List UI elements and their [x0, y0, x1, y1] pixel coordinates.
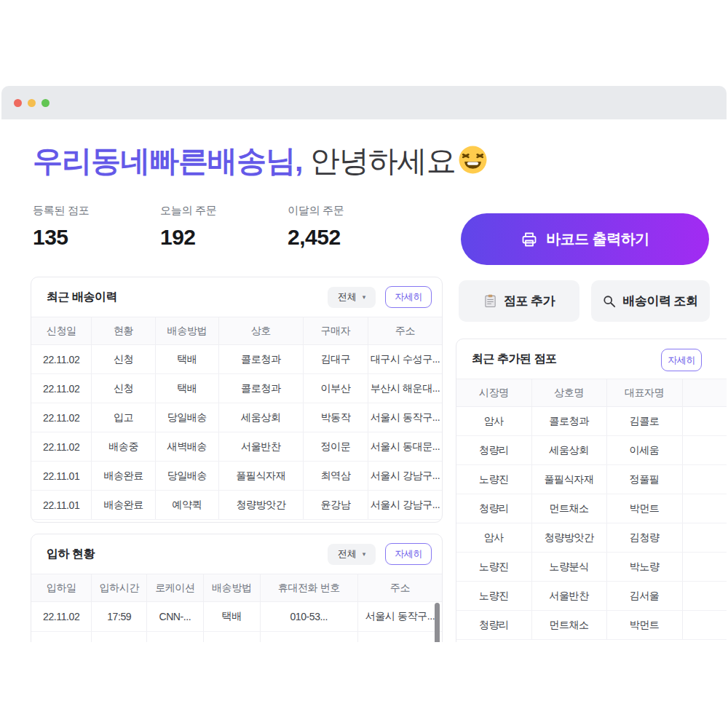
panel-header: 입하 현황 전체 ▾ 자세히: [31, 534, 442, 574]
table-cell: 먼트채소: [531, 494, 606, 523]
table-row: 청량리먼트채소박먼트01: [456, 611, 727, 640]
table-cell: [31, 632, 92, 643]
recent-deliveries-table: 신청일현황배송방법상호구매자주소22.11.02신청택배콜로청과김대구대구시 수…: [31, 317, 442, 520]
table-cell: 정이문: [303, 432, 368, 462]
table-cell: 01: [682, 436, 727, 465]
table-cell: 박노량: [606, 553, 682, 582]
column-header: 신청일: [31, 317, 92, 345]
table-cell: 이부산: [303, 374, 368, 403]
page: 우리동네빠른배송님, 안녕하세요 등록된 점포 135 오늘의 주문 192 이…: [0, 0, 728, 728]
chevron-down-icon: ▾: [363, 550, 366, 558]
table-row: 22.11.02배송중새벽배송서울반찬정이문서울시 동대문...: [31, 432, 442, 462]
table-row: 노량진노량분식박노량01: [456, 553, 727, 582]
table-cell: 택배: [155, 345, 218, 374]
table-cell: 17:59: [92, 602, 147, 632]
table-cell: 콜로청과: [218, 345, 303, 374]
table-row: 청량리먼트채소박먼트01: [456, 494, 727, 523]
table-cell: 청량리: [456, 611, 531, 640]
add-store-button[interactable]: 점포 추가: [459, 280, 579, 322]
table-cell: 01: [682, 465, 727, 494]
table-cell: 01: [682, 611, 727, 640]
panel-header: 최근 추가된 점포 자세히: [456, 339, 727, 379]
column-header: 현황: [92, 317, 155, 345]
table-row: 22.11.01배송완료예약퀵청량방앗간윤강남서울시 강남구...: [31, 491, 442, 520]
table-cell: 서울시 동대문...: [368, 432, 442, 462]
table-cell: 택배: [155, 374, 218, 403]
table-cell: 노량분식: [531, 553, 606, 582]
table-cell: [260, 632, 357, 643]
chevron-down-icon: ▾: [363, 293, 366, 301]
barcode-print-label: 바코드 출력하기: [546, 229, 649, 249]
table-cell: [92, 632, 147, 643]
table-row: 22.11.01배송완료당일배송풀필식자재최역삼서울시 강남구...: [31, 462, 442, 491]
column-header: 주소: [368, 317, 442, 345]
column-header: 휴: [682, 379, 727, 407]
stat-value: 2,452: [288, 225, 415, 250]
table-row: 암사청량방앗간김청량01: [456, 523, 727, 553]
table-cell: 박먼트: [606, 494, 682, 523]
table-cell: 새벽배송: [155, 432, 218, 462]
panel-incoming-status: 입하 현황 전체 ▾ 자세히 입하일입하시간로케이션배송방법휴대전화 번호주소2…: [31, 534, 443, 642]
table-cell: 암사: [456, 407, 531, 436]
column-header: 휴대전화 번호: [260, 574, 357, 602]
maximize-window-button[interactable]: [41, 99, 50, 107]
table-cell: 대구시 수성구...: [368, 345, 442, 374]
table-cell: 당일배송: [155, 403, 218, 432]
column-header: 입하일: [31, 574, 92, 602]
table-row: 22.11.0217:59CNN-...택배010-53...서울시 동작구..…: [31, 602, 442, 632]
table-cell: 청량리: [456, 436, 531, 465]
table-cell: 최역삼: [303, 462, 368, 491]
table-cell: 22.11.02: [31, 432, 92, 462]
table-row: 22.11.02신청택배콜로청과이부산부산시 해운대...: [31, 374, 442, 403]
close-window-button[interactable]: [14, 99, 22, 107]
table-cell: 박동작: [303, 403, 368, 432]
filter-selected-value: 전체: [338, 547, 357, 561]
table-cell: 신청: [92, 374, 155, 403]
filter-dropdown[interactable]: 전체 ▾: [328, 287, 376, 308]
table-row: 청량리세움상회이세움01: [456, 436, 727, 465]
filter-dropdown[interactable]: 전체 ▾: [328, 544, 376, 565]
printer-icon: [521, 231, 538, 248]
panel-recent-stores: 최근 추가된 점포 자세히 시장명상호명대표자명휴암사콜로청과김콜로01청량리세…: [456, 339, 727, 642]
stats-row: 등록된 점포 135 오늘의 주문 192 이달의 주문 2,452: [33, 204, 415, 250]
table-cell: 01: [682, 582, 727, 611]
table-cell: 노량진: [456, 465, 531, 494]
incoming-status-table: 입하일입하시간로케이션배송방법휴대전화 번호주소22.11.0217:59CNN…: [31, 574, 442, 642]
detail-button[interactable]: 자세히: [385, 286, 432, 308]
table-cell: 22.11.02: [31, 602, 92, 632]
delivery-history-search-label: 배송이력 조회: [622, 293, 697, 309]
table-cell: 서울반찬: [218, 432, 303, 462]
table-row: 22.11.02입고당일배송세움상회박동작서울시 동작구...: [31, 403, 442, 432]
table-cell: 정풀필: [606, 465, 682, 494]
detail-button[interactable]: 자세히: [385, 543, 432, 565]
filter-selected-value: 전체: [338, 290, 357, 304]
table-cell: 풀필식자재: [218, 462, 303, 491]
panel-header: 최근 배송이력 전체 ▾ 자세히: [31, 277, 442, 317]
table-cell: 부산시 해운대...: [368, 374, 442, 403]
table-cell: 배송완료: [92, 491, 155, 520]
barcode-print-button[interactable]: 바코드 출력하기: [461, 213, 709, 265]
table-cell: 김콜로: [606, 407, 682, 436]
add-store-label: 점포 추가: [504, 293, 555, 309]
panel-recent-deliveries: 최근 배송이력 전체 ▾ 자세히 신청일현황배송방법상호구매자주소22.11.0…: [31, 277, 443, 523]
greeting-message: 안녕하세요: [302, 144, 455, 178]
table-cell: [357, 632, 442, 643]
column-header: 구매자: [303, 317, 368, 345]
minimize-window-button[interactable]: [28, 99, 36, 107]
stat-value: 192: [160, 225, 288, 250]
detail-button[interactable]: 자세히: [661, 349, 702, 371]
table-cell: 풀필식자재: [531, 465, 606, 494]
table-cell: 암사: [456, 523, 531, 553]
vertical-scrollbar-thumb[interactable]: [435, 603, 440, 642]
table-cell: 서울반찬: [531, 582, 606, 611]
stat-label: 오늘의 주문: [160, 204, 288, 218]
table-cell: 배송완료: [92, 462, 155, 491]
table-cell: 김청량: [606, 523, 682, 553]
table-cell: 22.11.01: [31, 491, 92, 520]
table-row: 노량진서울반찬김서울01: [456, 582, 727, 611]
table-cell: 서울시 강남구...: [368, 491, 442, 520]
table-header-row: 시장명상호명대표자명휴: [456, 379, 727, 407]
grinning-squinting-face-emoji: [458, 146, 488, 175]
delivery-history-search-button[interactable]: 배송이력 조회: [591, 280, 710, 322]
column-header: 주소: [357, 574, 442, 602]
